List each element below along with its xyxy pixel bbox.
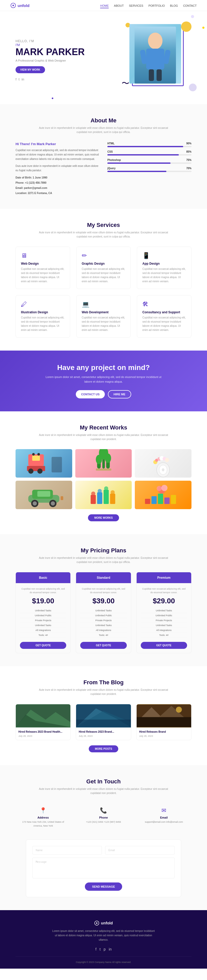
cta-hire-button[interactable]: HIRE ME (108, 390, 131, 398)
pricing-premium-price: $29.00 (141, 597, 187, 605)
svg-point-45 (97, 489, 102, 493)
footer-social-twitter[interactable]: t (100, 947, 101, 951)
blog-post-3-date: July 28, 2023 (139, 735, 189, 737)
pricing-premium-body: Cupiditat non occaecat adipiscing elit, … (137, 583, 191, 653)
footer-copyright: Copyright © 2023 Company Name All rights… (16, 956, 191, 963)
pricing-basic-header: Basic (16, 572, 70, 583)
about-skills: HTML 90% CSS 85% Photoshop 75% (107, 142, 191, 196)
footer-desc: Lorem ipsum dolor sit amet, consectetur … (52, 929, 155, 942)
svg-rect-7 (156, 69, 162, 81)
skill-photoshop: Photoshop 75% (107, 159, 191, 164)
contact-message-input[interactable] (32, 858, 175, 878)
portfolio-item-6[interactable] (135, 481, 191, 509)
social-facebook[interactable]: f (16, 77, 17, 81)
contact-name-input[interactable] (32, 846, 102, 854)
feature-item: All Integrations (141, 628, 187, 633)
footer-social-facebook[interactable]: f (96, 947, 97, 951)
contact-section: Get In Touch Aute irure sit in reprehend… (0, 765, 207, 910)
pricing-premium-header: Premium (137, 572, 191, 583)
portfolio-item-1[interactable] (16, 449, 72, 477)
blog-post-2[interactable]: Hired Releases 2023 Brand... July 28, 20… (76, 704, 131, 740)
pricing-premium: Premium Cupiditat non occaecat adipiscin… (136, 572, 191, 653)
pricing-standard-button[interactable]: GET QUOTE (80, 642, 127, 649)
social-linkedin[interactable]: in (21, 77, 24, 81)
contact-title: Get In Touch (16, 778, 191, 785)
pricing-basic-button[interactable]: GET QUOTE (20, 642, 66, 649)
pricing-premium-features: Unlimited Tasks Unlimited Public Private… (141, 608, 187, 638)
feature-item: All Integrations (20, 628, 66, 633)
svg-point-21 (105, 453, 111, 463)
portfolio-subtitle: Aute irure sit in reprehenderit in volup… (39, 433, 168, 441)
blog-post-3-title: Hired Releases Brand (139, 730, 189, 734)
svg-point-20 (96, 455, 102, 464)
svg-rect-59 (16, 705, 70, 727)
social-twitter[interactable]: t (19, 77, 20, 81)
deco-dot-2 (202, 27, 204, 29)
portfolio-item-5[interactable] (75, 481, 132, 509)
contact-address-icon: 📍 (20, 807, 67, 814)
service-app-design: 📱 App Design Cupiditat non occaecat adip… (137, 247, 191, 289)
svg-point-13 (28, 469, 33, 474)
blog-post-3[interactable]: Hired Releases Brand July 28, 2023 (136, 704, 191, 740)
contact-email: ✉ Email support@email.com info@email.com (136, 803, 191, 832)
nav-contact[interactable]: CONTACT (183, 4, 197, 7)
portfolio-item-2[interactable] (75, 449, 132, 477)
contact-phone-title: Phone (80, 816, 127, 819)
pricing-standard-header: Standard (76, 572, 131, 583)
service-illustration-icon: 🖊 (21, 301, 65, 308)
svg-point-47 (110, 490, 115, 495)
pricing-basic-price: $19.00 (20, 597, 66, 605)
about-info: Date of Birth: 1 June 1990 Phone: +1 (12… (16, 175, 100, 196)
blog-more-button[interactable]: MORE POSTS (89, 745, 118, 752)
contact-send-button[interactable]: SEND MESSAGE (85, 883, 123, 891)
hero-cta-button[interactable]: VIEW MY WORK (16, 66, 45, 73)
blog-post-2-content: Hired Releases 2023 Brand... July 28, 20… (76, 727, 131, 740)
svg-rect-43 (110, 494, 115, 504)
feature-item: Unlimited Tasks (141, 623, 187, 628)
cta-buttons: CONTACT US HIRE ME (16, 390, 191, 398)
portfolio-more-button[interactable]: MORE WORKS (88, 514, 119, 521)
nav-blog[interactable]: BLOG (170, 4, 178, 7)
deco-dot-1 (191, 15, 194, 18)
blog-post-2-date: July 28, 2023 (79, 735, 128, 737)
blog-post-1[interactable]: Hired Releases 2023 Brand Health... July… (16, 704, 71, 740)
portfolio-item-4[interactable] (16, 481, 72, 509)
footer-social-linkedin[interactable]: in (109, 947, 111, 951)
nav-portfolio[interactable]: PORTFOLIO (148, 4, 165, 7)
portfolio-grid (16, 449, 191, 509)
svg-rect-39 (61, 496, 63, 500)
svg-point-35 (33, 501, 37, 506)
portfolio-item-3[interactable] (135, 449, 191, 477)
about-subtitle: Aute irure sit in reprehenderit in volup… (39, 126, 168, 134)
cta-contact-button[interactable]: CONTACT US (76, 390, 105, 398)
contact-address: 📍 Address 173 New Asia York 234, United … (16, 803, 71, 832)
svg-rect-41 (97, 492, 102, 504)
service-graphic-design-title: Graphic Design (82, 262, 126, 266)
contact-email-input[interactable] (105, 846, 175, 854)
blog-post-3-image (137, 704, 191, 727)
svg-rect-22 (96, 469, 111, 471)
pricing-standard: Standard Cupiditat non occaecat adipisci… (76, 572, 131, 653)
about-section: About Me Aute irure sit in reprehenderit… (0, 104, 207, 209)
nav-about[interactable]: ABOUT (114, 4, 124, 7)
svg-point-11 (37, 453, 40, 456)
blog-post-1-content: Hired Releases 2023 Brand Health... July… (16, 727, 70, 740)
nav-links: HOME ABOUT SERVICES PORTFOLIO BLOG CONTA… (100, 3, 197, 8)
footer-social-pinterest[interactable]: p (104, 947, 106, 951)
service-app-design-title: App Design (142, 262, 186, 266)
nav-home[interactable]: HOME (100, 4, 109, 8)
svg-point-46 (104, 486, 108, 490)
hero-deco-circle1 (181, 21, 191, 32)
about-location: Location: 2271 E Fontana, CA (16, 191, 100, 196)
feature-item: Unlimited Tasks (20, 623, 66, 628)
footer-social: f t p in (16, 947, 191, 951)
service-web-design: 🖥 Web Design Cupiditat non occaecat adip… (16, 247, 70, 289)
skill-jquery: jQuery 70% (107, 167, 191, 172)
nav-logo[interactable]: unfold (10, 3, 30, 8)
nav-services[interactable]: SERVICES (129, 4, 143, 7)
pricing-premium-button[interactable]: GET QUOTE (141, 642, 187, 649)
cta-banner: Have any project on mind? Lorem ipsum do… (0, 350, 207, 411)
blog-post-2-title: Hired Releases 2023 Brand... (79, 730, 128, 734)
service-illustration-desc: Cupiditat non occaecat adipiscing elit, … (21, 316, 65, 332)
pricing-grid: Basic Cupiditat non occaecat adipiscing … (16, 572, 191, 653)
